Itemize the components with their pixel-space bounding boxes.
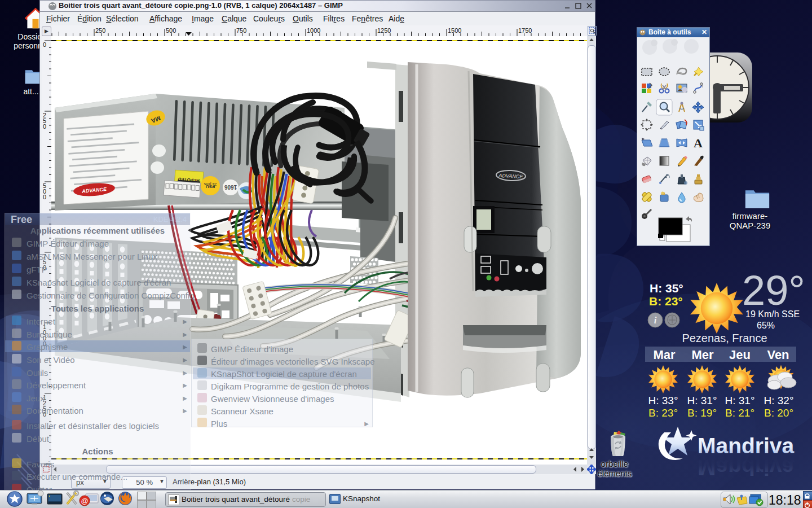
svg-text:1606: 1606 bbox=[224, 184, 237, 190]
svg-text:H: 32°: H: 32° bbox=[764, 395, 793, 406]
svg-text:1000: 1000 bbox=[307, 27, 320, 34]
svg-text:A: A bbox=[694, 136, 703, 150]
svg-text:H: 31°: H: 31° bbox=[687, 395, 717, 406]
svg-text:750: 750 bbox=[236, 27, 246, 34]
svg-text:1250: 1250 bbox=[377, 27, 391, 34]
svg-text:0: 0 bbox=[43, 123, 46, 130]
svg-text:250: 250 bbox=[95, 27, 105, 34]
svg-text:H: 31°: H: 31° bbox=[725, 395, 754, 406]
svg-text:24 pins: 24 pins bbox=[204, 182, 217, 186]
svg-text:B: 20°: B: 20° bbox=[764, 407, 793, 419]
svg-text:0: 0 bbox=[43, 194, 46, 200]
svg-text:1500: 1500 bbox=[448, 27, 461, 34]
svg-text:H: 33°: H: 33° bbox=[648, 395, 678, 406]
svg-text:Mandriva: Mandriva bbox=[698, 456, 795, 480]
svg-text:B: 19°: B: 19° bbox=[687, 407, 717, 419]
svg-text:B: 23°: B: 23° bbox=[648, 407, 678, 419]
svg-text:1750: 1750 bbox=[518, 27, 532, 34]
svg-text:B: 21°: B: 21° bbox=[725, 407, 754, 419]
svg-text:i: i bbox=[654, 315, 657, 326]
svg-text:0: 0 bbox=[43, 41, 46, 48]
svg-text:@: @ bbox=[81, 497, 88, 505]
svg-text:Mandriva: Mandriva bbox=[698, 433, 795, 458]
svg-text:500: 500 bbox=[166, 27, 176, 34]
